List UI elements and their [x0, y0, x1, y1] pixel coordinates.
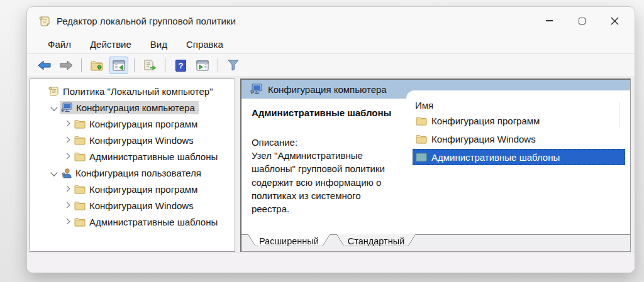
tree-item-label: Конфигурация компьютера: [76, 102, 195, 113]
tree-item-local-computer-policy[interactable]: Политика "Локальный компьютер": [30, 83, 235, 99]
extended-view: Административные шаблоны Описание: Узел …: [242, 99, 630, 234]
window-title: Редактор локальной групповой политики: [57, 16, 236, 26]
window-controls: [533, 9, 631, 32]
tree-item-label: Конфигурация программ: [89, 184, 197, 195]
toolbar-separator: [81, 58, 82, 72]
tree-item-label: Конфигурация программ: [89, 119, 197, 129]
status-bar: [27, 252, 635, 273]
result-pane: Конфигурация компьютера Административные…: [240, 79, 631, 252]
description-label: Описание:: [252, 137, 397, 148]
folder-icon: [74, 119, 86, 129]
description-text: Узел "Административные шаблоны" группово…: [252, 149, 401, 215]
chevron-right-icon[interactable]: [62, 216, 73, 227]
list-item-windows-settings[interactable]: Конфигурация Windows: [413, 131, 625, 147]
chevron-none: [35, 85, 47, 97]
toolbar-separator: [134, 58, 135, 72]
folder-icon: [74, 135, 86, 145]
column-divider[interactable]: [619, 102, 620, 128]
tab-standard[interactable]: Стандартный: [336, 234, 416, 249]
folder-icon: [74, 151, 86, 161]
chevron-right-icon[interactable]: [62, 134, 73, 146]
show-action-pane-button[interactable]: [193, 57, 212, 74]
forward-arrow-icon: [60, 60, 73, 70]
menu-action[interactable]: Действие: [82, 37, 140, 52]
chevron-right-icon[interactable]: [62, 118, 73, 129]
back-button[interactable]: [35, 57, 53, 74]
tree-item-software-settings[interactable]: Конфигурация программ: [30, 116, 235, 132]
chevron-down-icon[interactable]: [48, 102, 60, 113]
title-bar[interactable]: Редактор локальной групповой политики: [27, 7, 635, 35]
chevron-right-icon[interactable]: [62, 183, 73, 195]
chevron-right-icon[interactable]: [62, 151, 73, 162]
folder-icon: [416, 116, 427, 126]
toolbar: ?: [27, 53, 635, 77]
tree-item-computer-configuration[interactable]: Конфигурация компьютера: [30, 99, 235, 116]
desktop-background: Редактор локальной групповой политики Фа…: [0, 0, 644, 282]
menu-file[interactable]: Файл: [40, 37, 79, 52]
app-scroll-icon: [38, 15, 50, 27]
list-item-software-settings[interactable]: Конфигурация программ: [413, 112, 625, 129]
help-button[interactable]: ?: [171, 57, 190, 74]
console-tree-panel[interactable]: Политика "Локальный компьютер" Конфигура…: [30, 79, 235, 252]
close-icon: [611, 17, 619, 25]
folder-icon: [74, 184, 86, 194]
export-list-button[interactable]: [140, 57, 159, 74]
tree-item-windows-settings[interactable]: Конфигурация Windows: [30, 132, 235, 148]
computer-icon: [250, 84, 262, 95]
toolbar-separator: [218, 58, 218, 72]
list-item-label: Конфигурация программ: [431, 116, 540, 126]
tree-item-label: Политика "Локальный компьютер": [63, 86, 213, 97]
tree-item-label: Конфигурация пользователя: [75, 168, 201, 178]
menu-help[interactable]: Справка: [178, 37, 231, 52]
folder-up-icon: [91, 60, 103, 71]
tree-item-software-settings-user[interactable]: Конфигурация программ: [30, 181, 235, 197]
list-item-administrative-templates[interactable]: Административные шаблоны: [413, 149, 625, 165]
filter-icon: [228, 60, 239, 71]
tree-item-label: Административные шаблоны: [89, 217, 218, 227]
export-list-icon: [143, 60, 156, 71]
tab-extended[interactable]: Расширенный: [248, 234, 330, 249]
maximize-icon: [579, 18, 586, 24]
up-one-level-button[interactable]: [87, 57, 106, 74]
tree-item-user-configuration[interactable]: Конфигурация пользователя: [30, 165, 235, 181]
tree-selection-highlight: Конфигурация компьютера: [60, 101, 199, 114]
close-button[interactable]: [598, 9, 631, 32]
policy-scroll-icon: [48, 85, 59, 97]
help-icon: ?: [175, 60, 186, 72]
content-area: Политика "Локальный компьютер" Конфигура…: [27, 77, 635, 252]
filter-button[interactable]: [224, 57, 243, 74]
list-item-label: Административные шаблоны: [431, 152, 560, 163]
folder-icon: [74, 200, 86, 210]
maximize-button[interactable]: [565, 9, 598, 32]
list-item-label: Конфигурация Windows: [431, 134, 536, 144]
action-pane-icon: [196, 60, 209, 71]
menu-bar: Файл Действие Вид Справка: [27, 35, 635, 53]
console-tree-icon: [113, 60, 125, 71]
folder-icon: [74, 217, 86, 227]
forward-button[interactable]: [57, 57, 75, 74]
view-tabs: Расширенный Стандартный: [242, 234, 630, 251]
menu-view[interactable]: Вид: [142, 37, 175, 52]
tree-item-label: Конфигурация Windows: [89, 200, 194, 211]
tree-item-windows-settings-user[interactable]: Конфигурация Windows: [30, 197, 235, 214]
toolbar-separator: [165, 58, 165, 72]
computer-icon: [61, 102, 72, 113]
tree-item-label: Административные шаблоны: [89, 151, 218, 162]
items-list-panel[interactable]: Имя Конфигурация программ: [406, 90, 630, 234]
minimize-button[interactable]: [533, 9, 565, 32]
user-icon: [61, 168, 72, 178]
folder-icon: [416, 134, 427, 144]
app-window: Редактор локальной групповой политики Фа…: [26, 6, 635, 273]
tree-item-administrative-templates-user[interactable]: Административные шаблоны: [30, 214, 235, 230]
back-arrow-icon: [38, 60, 51, 70]
tree-item-label: Конфигурация Windows: [89, 135, 194, 146]
description-panel: Административные шаблоны Описание: Узел …: [242, 99, 406, 234]
column-header-name[interactable]: Имя: [413, 100, 625, 111]
chevron-down-icon[interactable]: [48, 167, 60, 178]
show-console-tree-button[interactable]: [109, 57, 128, 74]
tree-item-administrative-templates[interactable]: Административные шаблоны: [30, 148, 235, 165]
result-pane-title: Конфигурация компьютера: [268, 84, 387, 95]
selected-node-title: Административные шаблоны: [252, 107, 397, 118]
chevron-right-icon[interactable]: [62, 200, 73, 211]
minimize-icon: [546, 20, 553, 21]
